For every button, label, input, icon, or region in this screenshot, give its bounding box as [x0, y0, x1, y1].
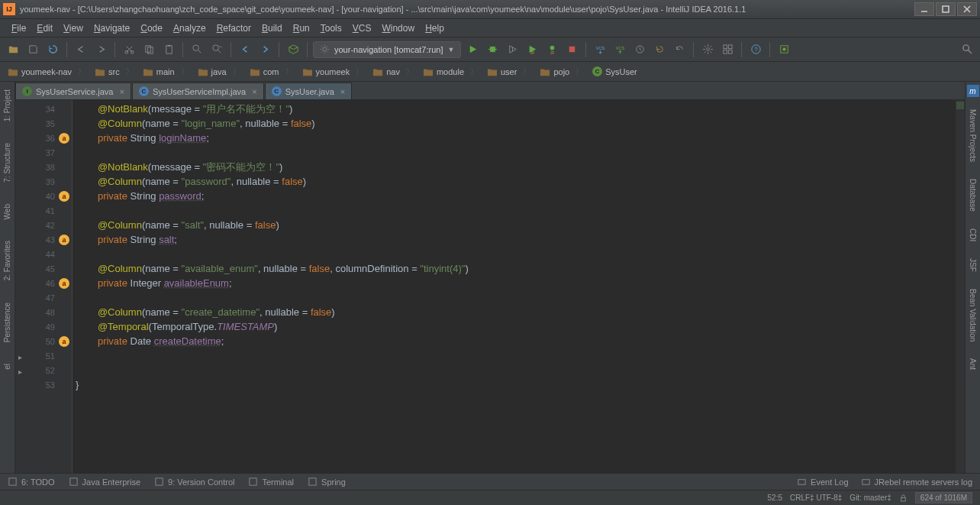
replace-button[interactable]: [208, 41, 225, 58]
maven-icon[interactable]: m: [967, 85, 979, 97]
paste-button[interactable]: [160, 41, 177, 58]
gutter-line[interactable]: 39: [15, 174, 72, 189]
menu-run[interactable]: Run: [288, 21, 315, 36]
bottom-tab-java-enterprise[interactable]: Java Enterprise: [69, 477, 140, 487]
git-branch[interactable]: Git: master‡: [849, 494, 891, 502]
gutter-line[interactable]: 42: [15, 218, 72, 232]
tab-sysuser-java[interactable]: CSysUser.java×: [265, 83, 353, 99]
vcs-history-button[interactable]: [631, 41, 648, 58]
code-line[interactable]: private Integer availableEnum;: [73, 276, 956, 290]
breadcrumb-pojo[interactable]: pojo: [537, 66, 589, 77]
refresh-button[interactable]: [44, 41, 61, 58]
code-line[interactable]: [73, 247, 956, 261]
fold-icon[interactable]: ▸: [18, 367, 24, 374]
vcs-revert-button[interactable]: [651, 41, 668, 58]
gutter-line[interactable]: 41: [15, 203, 72, 218]
maximize-button[interactable]: [936, 2, 956, 16]
tab-sysuserservice-java[interactable]: ISysUserService.java×: [15, 83, 131, 99]
gutter-line[interactable]: 44: [15, 247, 72, 261]
tool-persistence[interactable]: Persistence: [2, 298, 13, 347]
minimize-button[interactable]: [914, 2, 934, 16]
code-line[interactable]: @Column(name = "create_datetime", nullab…: [73, 305, 956, 319]
code-line[interactable]: @NotBlank(message = "用户名不能为空！"): [73, 102, 956, 116]
code-line[interactable]: @Temporal(TemporalType.TIMESTAMP): [73, 319, 956, 334]
gutter-line[interactable]: 36a: [15, 131, 72, 145]
breadcrumb-youmeek[interactable]: youmeek: [299, 66, 370, 77]
gutter-line[interactable]: 47: [15, 290, 72, 305]
debug-button[interactable]: [484, 41, 501, 58]
help-button[interactable]: ?: [747, 41, 764, 58]
close-tab-icon[interactable]: ×: [340, 87, 345, 96]
bottom-tab-spring[interactable]: Spring: [308, 477, 346, 487]
error-stripe[interactable]: [956, 100, 965, 488]
copy-button[interactable]: [140, 41, 157, 58]
menu-refactor[interactable]: Refactor: [211, 21, 256, 36]
run-config-selector[interactable]: your-navigation [tomcat7:run] ▼: [313, 41, 461, 58]
code-editor[interactable]: 343536a37383940a414243a444546a47484950a5…: [15, 100, 965, 488]
code-line[interactable]: private Date createDatetime;: [73, 334, 956, 348]
build-button[interactable]: [285, 41, 301, 58]
settings-button[interactable]: [699, 41, 716, 58]
menu-edit[interactable]: Edit: [31, 21, 58, 36]
breadcrumb-src[interactable]: src: [92, 66, 140, 77]
cut-button[interactable]: [121, 41, 137, 58]
project-structure-button[interactable]: [719, 41, 736, 58]
code-line[interactable]: [73, 290, 956, 305]
vcs-update-button[interactable]: VCS: [592, 41, 608, 58]
open-file-button[interactable]: [5, 41, 21, 58]
gutter-mark-icon[interactable]: a: [59, 278, 69, 289]
gutter-mark-icon[interactable]: a: [59, 191, 69, 202]
breadcrumb-com[interactable]: com: [247, 66, 299, 77]
code-area[interactable]: @NotBlank(message = "用户名不能为空！") @Column(…: [73, 100, 956, 488]
gutter-line[interactable]: 49: [15, 319, 72, 334]
bottom-tab-jrebel-remote-servers-log[interactable]: JRebel remote servers log: [861, 477, 972, 487]
redo-button[interactable]: [92, 41, 109, 58]
code-line[interactable]: private String loginName;: [73, 131, 956, 145]
gutter-line[interactable]: 53: [15, 377, 72, 392]
breadcrumb-youmeek-nav[interactable]: youmeek-nav: [5, 66, 92, 77]
bottom-tab-6--todo[interactable]: 6: TODO: [8, 477, 55, 487]
breadcrumb-sysuser[interactable]: CSysUser: [589, 66, 650, 76]
save-all-button[interactable]: [24, 41, 41, 58]
search-everywhere-button[interactable]: [959, 41, 975, 58]
bottom-tab-event-log[interactable]: Event Log: [797, 477, 849, 487]
back-button[interactable]: [237, 41, 253, 58]
bottom-tab-terminal[interactable]: Terminal: [248, 477, 294, 487]
tool-7--structure[interactable]: 7: Structure: [2, 138, 13, 187]
breadcrumb-nav[interactable]: nav: [369, 66, 420, 77]
code-line[interactable]: @Column(name = "password", nullable = fa…: [73, 174, 956, 189]
gutter-line[interactable]: 35: [15, 116, 72, 131]
cursor-position[interactable]: 52:5: [768, 494, 782, 502]
vcs-commit-button[interactable]: VCS: [611, 41, 628, 58]
code-line[interactable]: @NotBlank(message = "密码不能为空！"): [73, 160, 956, 174]
breadcrumb-module[interactable]: module: [420, 66, 484, 77]
close-button[interactable]: [957, 2, 977, 16]
code-line[interactable]: [73, 363, 956, 377]
tool-bean-validation[interactable]: Bean Validation: [967, 284, 978, 346]
find-button[interactable]: [189, 41, 205, 58]
jr-debug-button[interactable]: JR: [543, 41, 560, 58]
forward-button[interactable]: [256, 41, 273, 58]
line-separator[interactable]: CRLF‡ UTF-8‡: [790, 494, 842, 502]
gutter-line[interactable]: 52▸: [15, 363, 72, 377]
gutter-line[interactable]: 45: [15, 261, 72, 276]
menu-file[interactable]: File: [6, 21, 31, 36]
tool-database[interactable]: Database: [967, 174, 978, 216]
gutter-line[interactable]: 46a: [15, 276, 72, 290]
stop-button[interactable]: [563, 41, 580, 58]
code-line[interactable]: @Column(name = "available_enum", nullabl…: [73, 261, 956, 276]
tool-2--favorites[interactable]: 2: Favorites: [2, 236, 13, 285]
tool-jsf[interactable]: JSF: [967, 254, 978, 277]
gutter-line[interactable]: 38: [15, 160, 72, 174]
menu-window[interactable]: Window: [376, 21, 420, 36]
menu-vcs[interactable]: VCS: [347, 21, 377, 36]
menu-view[interactable]: View: [58, 21, 89, 36]
menu-build[interactable]: Build: [256, 21, 288, 36]
tool-ant[interactable]: Ant: [967, 354, 978, 374]
gutter-line[interactable]: 37: [15, 145, 72, 160]
lock-icon[interactable]: [899, 494, 907, 502]
tool-1--project[interactable]: 1: Project: [2, 85, 13, 126]
tool-maven-projects[interactable]: Maven Projects: [967, 105, 978, 167]
gutter-line[interactable]: 48: [15, 305, 72, 319]
memory-indicator[interactable]: 624 of 1016M: [915, 492, 972, 503]
